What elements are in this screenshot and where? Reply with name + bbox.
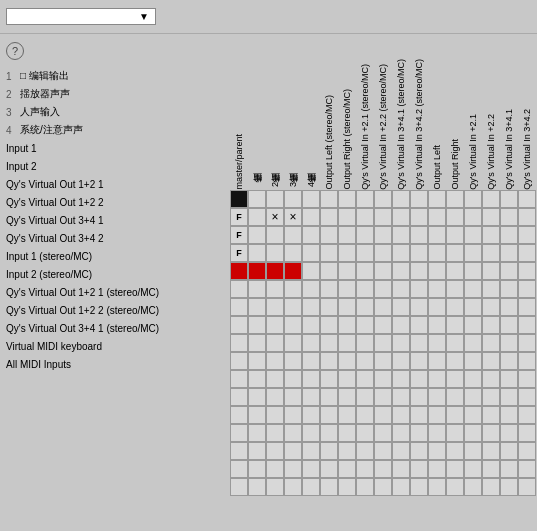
grid-cell-r13-c8[interactable]	[374, 424, 392, 442]
grid-cell-r10-c10[interactable]	[410, 370, 428, 388]
grid-cell-r1-c9[interactable]	[392, 208, 410, 226]
grid-cell-r8-c12[interactable]	[446, 334, 464, 352]
grid-cell-r13-c0[interactable]	[230, 424, 248, 442]
grid-cell-r4-c16[interactable]	[518, 262, 536, 280]
grid-cell-r13-c7[interactable]	[356, 424, 374, 442]
grid-cell-r7-c14[interactable]	[482, 316, 500, 334]
grid-cell-r3-c3[interactable]	[284, 244, 302, 262]
grid-cell-r7-c6[interactable]	[338, 316, 356, 334]
grid-cell-r9-c8[interactable]	[374, 352, 392, 370]
grid-cell-r16-c8[interactable]	[374, 478, 392, 496]
grid-cell-r1-c0[interactable]: F	[230, 208, 248, 226]
grid-cell-r11-c8[interactable]	[374, 388, 392, 406]
grid-cell-r2-c2[interactable]	[266, 226, 284, 244]
grid-cell-r2-c15[interactable]	[500, 226, 518, 244]
grid-cell-r8-c16[interactable]	[518, 334, 536, 352]
grid-cell-r14-c4[interactable]	[302, 442, 320, 460]
grid-cell-r3-c12[interactable]	[446, 244, 464, 262]
grid-cell-r2-c11[interactable]	[428, 226, 446, 244]
grid-cell-r12-c10[interactable]	[410, 406, 428, 424]
grid-cell-r11-c12[interactable]	[446, 388, 464, 406]
grid-cell-r1-c6[interactable]	[338, 208, 356, 226]
grid-cell-r13-c1[interactable]	[248, 424, 266, 442]
grid-cell-r3-c14[interactable]	[482, 244, 500, 262]
grid-cell-r8-c10[interactable]	[410, 334, 428, 352]
routing-dropdown[interactable]: ▼	[6, 8, 156, 25]
grid-cell-r5-c0[interactable]	[230, 280, 248, 298]
grid-cell-r7-c0[interactable]	[230, 316, 248, 334]
grid-cell-r8-c9[interactable]	[392, 334, 410, 352]
grid-cell-r9-c0[interactable]	[230, 352, 248, 370]
grid-cell-r11-c3[interactable]	[284, 388, 302, 406]
grid-cell-r14-c0[interactable]	[230, 442, 248, 460]
grid-cell-r9-c2[interactable]	[266, 352, 284, 370]
grid-cell-r6-c4[interactable]	[302, 298, 320, 316]
grid-cell-r5-c4[interactable]	[302, 280, 320, 298]
grid-cell-r6-c9[interactable]	[392, 298, 410, 316]
grid-cell-r15-c14[interactable]	[482, 460, 500, 478]
grid-cell-r11-c5[interactable]	[320, 388, 338, 406]
grid-cell-r12-c6[interactable]	[338, 406, 356, 424]
grid-cell-r13-c12[interactable]	[446, 424, 464, 442]
grid-cell-r5-c14[interactable]	[482, 280, 500, 298]
grid-cell-r14-c9[interactable]	[392, 442, 410, 460]
grid-cell-r13-c13[interactable]	[464, 424, 482, 442]
grid-cell-r4-c15[interactable]	[500, 262, 518, 280]
grid-cell-r3-c11[interactable]	[428, 244, 446, 262]
grid-cell-r11-c14[interactable]	[482, 388, 500, 406]
grid-cell-r10-c15[interactable]	[500, 370, 518, 388]
grid-cell-r7-c5[interactable]	[320, 316, 338, 334]
grid-cell-r13-c5[interactable]	[320, 424, 338, 442]
grid-cell-r7-c10[interactable]	[410, 316, 428, 334]
grid-cell-r9-c11[interactable]	[428, 352, 446, 370]
grid-cell-r0-c11[interactable]	[428, 190, 446, 208]
grid-cell-r6-c7[interactable]	[356, 298, 374, 316]
grid-cell-r3-c13[interactable]	[464, 244, 482, 262]
grid-cell-r13-c15[interactable]	[500, 424, 518, 442]
grid-cell-r6-c16[interactable]	[518, 298, 536, 316]
grid-cell-r7-c12[interactable]	[446, 316, 464, 334]
grid-cell-r9-c14[interactable]	[482, 352, 500, 370]
grid-cell-r2-c8[interactable]	[374, 226, 392, 244]
grid-cell-r1-c1[interactable]	[248, 208, 266, 226]
grid-cell-r11-c1[interactable]	[248, 388, 266, 406]
grid-cell-r14-c1[interactable]	[248, 442, 266, 460]
grid-cell-r0-c5[interactable]	[320, 190, 338, 208]
grid-cell-r8-c13[interactable]	[464, 334, 482, 352]
grid-cell-r4-c10[interactable]	[410, 262, 428, 280]
grid-cell-r2-c4[interactable]	[302, 226, 320, 244]
grid-cell-r13-c16[interactable]	[518, 424, 536, 442]
grid-cell-r8-c3[interactable]	[284, 334, 302, 352]
grid-cell-r10-c0[interactable]	[230, 370, 248, 388]
grid-cell-r12-c0[interactable]	[230, 406, 248, 424]
grid-cell-r12-c4[interactable]	[302, 406, 320, 424]
grid-cell-r16-c7[interactable]	[356, 478, 374, 496]
grid-cell-r13-c4[interactable]	[302, 424, 320, 442]
grid-cell-r4-c6[interactable]	[338, 262, 356, 280]
grid-cell-r5-c13[interactable]	[464, 280, 482, 298]
grid-cell-r12-c12[interactable]	[446, 406, 464, 424]
grid-cell-r1-c15[interactable]	[500, 208, 518, 226]
grid-cell-r15-c12[interactable]	[446, 460, 464, 478]
grid-cell-r0-c8[interactable]	[374, 190, 392, 208]
grid-cell-r0-c7[interactable]	[356, 190, 374, 208]
grid-cell-r9-c12[interactable]	[446, 352, 464, 370]
grid-cell-r10-c3[interactable]	[284, 370, 302, 388]
grid-cell-r15-c4[interactable]	[302, 460, 320, 478]
grid-cell-r6-c5[interactable]	[320, 298, 338, 316]
grid-cell-r1-c11[interactable]	[428, 208, 446, 226]
grid-cell-r0-c14[interactable]	[482, 190, 500, 208]
grid-cell-r4-c13[interactable]	[464, 262, 482, 280]
grid-cell-r8-c1[interactable]	[248, 334, 266, 352]
grid-cell-r4-c1[interactable]	[248, 262, 266, 280]
grid-cell-r9-c7[interactable]	[356, 352, 374, 370]
grid-cell-r13-c3[interactable]	[284, 424, 302, 442]
grid-cell-r9-c9[interactable]	[392, 352, 410, 370]
grid-cell-r8-c7[interactable]	[356, 334, 374, 352]
grid-cell-r11-c0[interactable]	[230, 388, 248, 406]
grid-cell-r14-c7[interactable]	[356, 442, 374, 460]
grid-cell-r4-c5[interactable]	[320, 262, 338, 280]
grid-cell-r10-c8[interactable]	[374, 370, 392, 388]
grid-cell-r7-c1[interactable]	[248, 316, 266, 334]
grid-cell-r12-c9[interactable]	[392, 406, 410, 424]
